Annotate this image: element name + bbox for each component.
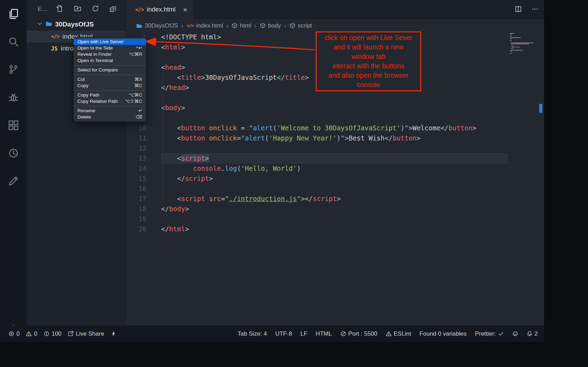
activity-extensions[interactable] bbox=[5, 116, 22, 134]
menu-separator bbox=[74, 75, 146, 75]
prettier-status[interactable]: Prettier: bbox=[475, 330, 504, 337]
code-line-13[interactable]: 13 <script> bbox=[126, 153, 544, 163]
new-file-button[interactable] bbox=[56, 5, 63, 14]
cube-icon bbox=[260, 23, 266, 29]
activity-source-control[interactable] bbox=[5, 61, 22, 78]
code-line-17[interactable]: 17 <script src="./introduction.js"></scr… bbox=[126, 194, 544, 204]
breadcrumb-item-html[interactable]: html bbox=[232, 22, 251, 29]
feedback-smiley[interactable] bbox=[512, 331, 518, 337]
new-folder-icon bbox=[74, 5, 81, 12]
breadcrumb: 30DaysOfJS›</>index.html›html›body›scrip… bbox=[126, 19, 544, 32]
code-line-11[interactable]: 11 <button onclick="alert('Happy New Yea… bbox=[126, 133, 544, 143]
line-number: 10 bbox=[126, 123, 146, 133]
breadcrumb-item-index-html[interactable]: </>index.html bbox=[187, 22, 223, 29]
notifications-bell[interactable]: 2 bbox=[527, 330, 538, 337]
annotation-text-line: console bbox=[319, 80, 418, 90]
bolt-icon bbox=[111, 331, 116, 337]
menu-shortcut: ⌫ bbox=[136, 114, 142, 120]
line-number: 12 bbox=[126, 143, 146, 153]
menu-item-cut[interactable]: Cut⌘X bbox=[74, 76, 146, 83]
code-line-12[interactable]: 12 bbox=[126, 143, 544, 153]
collapse-folders-button[interactable] bbox=[110, 5, 117, 14]
code-line-18[interactable]: 18</body> bbox=[126, 204, 544, 214]
eslint-status[interactable]: ESLint bbox=[386, 330, 411, 337]
activity-run-debug[interactable] bbox=[5, 89, 22, 106]
code-line-8[interactable]: 8<body> bbox=[126, 103, 544, 113]
menu-item-open-with-live-server[interactable]: Open with Live Server bbox=[74, 39, 146, 45]
breadcrumb-separator-icon: › bbox=[226, 22, 228, 30]
breadcrumb-item-body[interactable]: body bbox=[260, 22, 281, 29]
menu-item-open-to-the-side[interactable]: Open to the Side^↵ bbox=[74, 45, 146, 51]
code-line-15[interactable]: 15 </script> bbox=[126, 174, 544, 184]
port-icon bbox=[340, 331, 346, 337]
html-file-icon: </> bbox=[51, 33, 59, 40]
breadcrumb-item-30daysofjs[interactable]: 30DaysOfJS bbox=[136, 22, 178, 29]
status-bar: 00100Live Share Tab Size: 4UTF-8LFHTMLPo… bbox=[0, 326, 544, 342]
code-line-10[interactable]: 10 <button onclick = "alert('Welcome to … bbox=[126, 123, 544, 133]
menu-item-select-for-compare[interactable]: Select for Compare bbox=[74, 67, 146, 73]
quick-action-bolt[interactable] bbox=[111, 331, 116, 337]
problems-warnings[interactable]: 0 bbox=[26, 330, 37, 337]
files-icon bbox=[8, 8, 19, 19]
annotation-text-line: window tab bbox=[319, 52, 418, 61]
activity-search[interactable] bbox=[5, 33, 22, 50]
encoding-indicator[interactable]: UTF-8 bbox=[275, 330, 292, 337]
line-number: 16 bbox=[126, 184, 146, 194]
annotation-box: click on open with Live Severand it will… bbox=[316, 31, 421, 91]
line-number: 19 bbox=[126, 214, 146, 224]
tab-label: index.html bbox=[147, 6, 175, 13]
cube-icon bbox=[289, 23, 295, 29]
close-tab-icon[interactable]: × bbox=[181, 6, 189, 14]
line-number: 18 bbox=[126, 204, 146, 214]
tree-folder-30daysofjs[interactable]: 30DaysOfJS bbox=[27, 18, 125, 31]
refresh-explorer-button[interactable] bbox=[92, 5, 99, 14]
menu-item-delete[interactable]: Delete⌫ bbox=[74, 114, 146, 120]
line-number: 13 bbox=[126, 153, 146, 163]
menu-item-reveal-in-finder[interactable]: Reveal in Finder⌥⌘R bbox=[74, 51, 146, 58]
activity-explorer[interactable] bbox=[5, 5, 22, 22]
code-line-16[interactable]: 16 bbox=[126, 184, 544, 194]
tab-size-indicator[interactable]: Tab Size: 4 bbox=[238, 330, 267, 337]
tab-index-html[interactable]: </> index.html × bbox=[126, 0, 194, 19]
live-share-status[interactable]: Live Share bbox=[68, 330, 104, 337]
problems-errors[interactable]: 0 bbox=[8, 330, 20, 337]
menu-item-rename[interactable]: Rename↵ bbox=[74, 108, 146, 114]
menu-shortcut: ⌥⌘R bbox=[129, 51, 142, 58]
error-icon bbox=[8, 331, 14, 337]
share-icon bbox=[68, 331, 74, 337]
context-menu: Open with Live ServerOpen to the Side^↵R… bbox=[74, 37, 146, 122]
menu-shortcut: ⌘X bbox=[134, 76, 142, 83]
line-number: 15 bbox=[126, 174, 146, 184]
eol-indicator[interactable]: LF bbox=[300, 330, 307, 337]
breadcrumb-item-script[interactable]: script bbox=[289, 22, 312, 29]
line-number: 11 bbox=[126, 133, 146, 143]
code-line-7[interactable]: 7 bbox=[126, 93, 544, 103]
chevron-down-icon bbox=[37, 21, 43, 26]
new-folder-button[interactable] bbox=[74, 5, 81, 14]
menu-item-copy-path[interactable]: Copy Path⌥⌘C bbox=[74, 92, 146, 98]
live-server-port[interactable]: Port : 5500 bbox=[340, 330, 377, 337]
activity-feedback-edit[interactable] bbox=[5, 172, 22, 190]
code-line-19[interactable]: 19 bbox=[126, 214, 544, 224]
variables-count[interactable]: Found 0 variables bbox=[420, 330, 467, 337]
menu-item-copy-relative-path[interactable]: Copy Relative Path⌥⇧⌘C bbox=[74, 98, 146, 105]
split-editor-button[interactable] bbox=[515, 6, 522, 14]
html-file-icon: </> bbox=[135, 7, 144, 13]
annotation-text-line: click on open with Live Sever bbox=[319, 33, 418, 43]
menu-item-open-in-terminal[interactable]: Open in Terminal bbox=[74, 58, 146, 64]
activity-history[interactable] bbox=[5, 144, 22, 162]
language-mode-indicator[interactable]: HTML bbox=[316, 330, 332, 337]
menu-item-copy[interactable]: Copy⌘C bbox=[74, 83, 146, 89]
code-line-20[interactable]: 20</html> bbox=[126, 224, 544, 234]
search-icon bbox=[8, 36, 19, 47]
code-line-9[interactable]: 9 bbox=[126, 113, 544, 123]
problems-info[interactable]: 100 bbox=[44, 330, 61, 337]
breadcrumb-separator-icon: › bbox=[284, 22, 286, 30]
more-actions-button[interactable] bbox=[532, 6, 538, 14]
folder-icon bbox=[45, 20, 52, 27]
warning-icon bbox=[386, 331, 392, 337]
code-line-14[interactable]: 14 console.log('Hello, World') bbox=[126, 163, 544, 174]
pencil-icon bbox=[8, 176, 19, 186]
line-number: 20 bbox=[126, 224, 146, 234]
minimap[interactable] bbox=[510, 33, 539, 54]
